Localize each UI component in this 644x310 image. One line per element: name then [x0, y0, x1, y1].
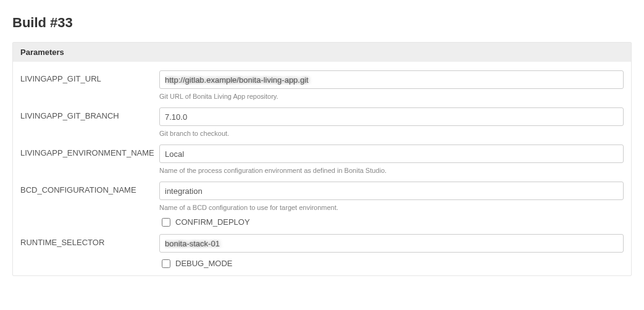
param-label: LIVINGAPP_ENVIRONMENT_NAME — [20, 145, 159, 157]
param-label: LIVINGAPP_GIT_BRANCH — [20, 107, 159, 120]
param-row-git-branch: LIVINGAPP_GIT_BRANCH Git branch to check… — [20, 107, 624, 137]
param-label: BCD_CONFIGURATION_NAME — [20, 182, 159, 195]
confirm-deploy-row: CONFIRM_DEPLOY — [159, 217, 624, 227]
livingapp-git-branch-input[interactable] — [159, 107, 624, 126]
livingapp-git-url-input[interactable] — [159, 70, 624, 89]
page-title: Build #33 — [12, 15, 632, 31]
param-label: LIVINGAPP_GIT_URL — [20, 70, 159, 83]
parameters-panel: Parameters LIVINGAPP_GIT_URL Git URL of … — [12, 42, 632, 276]
confirm-deploy-label: CONFIRM_DEPLOY — [175, 217, 250, 227]
debug-mode-label: DEBUG_MODE — [175, 259, 232, 268]
param-row-runtime-selector: RUNTIME_SELECTOR DEBUG_MODE — [20, 234, 624, 268]
param-row-environment-name: LIVINGAPP_ENVIRONMENT_NAME Name of the p… — [20, 145, 624, 174]
livingapp-environment-name-input[interactable] — [159, 145, 624, 163]
param-help: Git URL of Bonita Living App repository. — [159, 93, 624, 100]
param-input-col: Git URL of Bonita Living App repository. — [159, 70, 624, 100]
param-row-bcd-config: BCD_CONFIGURATION_NAME Name of a BCD con… — [20, 182, 624, 227]
param-row-git-url: LIVINGAPP_GIT_URL Git URL of Bonita Livi… — [20, 70, 624, 100]
panel-body: LIVINGAPP_GIT_URL Git URL of Bonita Livi… — [13, 62, 631, 275]
confirm-deploy-checkbox[interactable] — [162, 218, 170, 227]
param-input-col: Name of the process configuration enviro… — [159, 145, 624, 174]
param-input-col: Name of a BCD configuration to use for t… — [159, 182, 624, 227]
debug-mode-row: DEBUG_MODE — [159, 259, 624, 268]
panel-header: Parameters — [13, 43, 631, 62]
runtime-selector-input[interactable] — [159, 234, 624, 253]
param-input-col: Git branch to checkout. — [159, 107, 624, 137]
param-input-col: DEBUG_MODE — [159, 234, 624, 268]
param-help: Git branch to checkout. — [159, 130, 624, 137]
param-help: Name of the process configuration enviro… — [159, 167, 624, 174]
param-label: RUNTIME_SELECTOR — [20, 234, 159, 247]
debug-mode-checkbox[interactable] — [162, 259, 170, 268]
bcd-configuration-name-input[interactable] — [159, 182, 624, 200]
param-help: Name of a BCD configuration to use for t… — [159, 204, 624, 211]
